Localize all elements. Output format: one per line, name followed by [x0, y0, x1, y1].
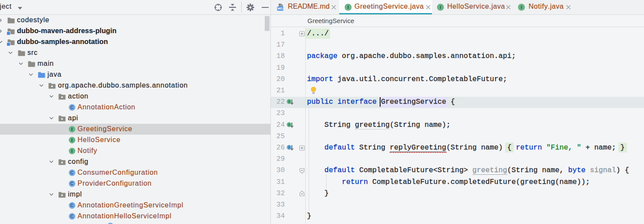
svg-text:I: I: [347, 5, 349, 10]
svg-text:I: I: [439, 5, 441, 10]
svg-text:MD: MD: [278, 7, 283, 10]
svg-text:I: I: [520, 5, 522, 10]
